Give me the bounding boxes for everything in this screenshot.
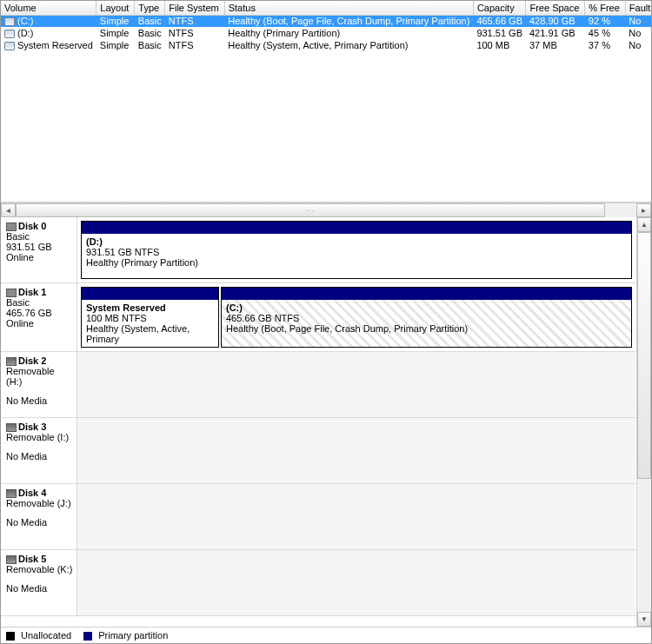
table-cell: 45 % xyxy=(585,27,625,39)
partition-name: System Reserved xyxy=(86,302,214,313)
legend-unallocated: Unallocated xyxy=(6,630,71,641)
scroll-right-button[interactable]: ► xyxy=(636,203,651,217)
scroll-left-button[interactable]: ◄ xyxy=(1,203,16,217)
partition[interactable]: (C:)465.66 GB NTFSHealthy (Boot, Page Fi… xyxy=(221,287,632,348)
table-cell: 428.90 GB xyxy=(526,15,585,27)
table-row[interactable]: System ReservedSimpleBasicNTFSHealthy (S… xyxy=(1,39,651,51)
table-cell: Simple xyxy=(96,15,135,27)
table-cell: Basic xyxy=(135,15,165,27)
column-header[interactable]: % Free xyxy=(585,1,625,15)
column-header[interactable]: File System xyxy=(165,1,224,15)
volume-icon xyxy=(4,17,15,26)
partition-body: (D:)931.51 GB NTFSHealthy (Primary Parti… xyxy=(82,234,631,278)
disk-state: No Media xyxy=(6,451,73,461)
disk-info: Disk 3Removable (I:)No Media xyxy=(1,418,77,483)
table-cell: No xyxy=(625,39,651,51)
table-cell: Healthy (Primary Partition) xyxy=(224,27,473,39)
disk-row[interactable]: Disk 4Removable (J:)No Media xyxy=(1,484,651,550)
table-row[interactable]: (C:)SimpleBasicNTFSHealthy (Boot, Page F… xyxy=(1,15,651,27)
disk-partitions: System Reserved100 MB NTFSHealthy (Syste… xyxy=(77,283,635,351)
disk-partitions xyxy=(77,550,635,615)
legend-label: Primary partition xyxy=(98,630,168,641)
volume-table[interactable]: VolumeLayoutTypeFile SystemStatusCapacit… xyxy=(1,1,651,51)
disk-state: Online xyxy=(6,318,73,329)
table-cell: 37 % xyxy=(585,39,625,51)
table-cell: NTFS xyxy=(165,39,224,51)
disk-info: Disk 0Basic931.51 GBOnline xyxy=(1,217,77,282)
partition-name: (D:) xyxy=(86,236,627,247)
scroll-thumb[interactable]: ··· xyxy=(16,203,605,217)
disk-icon xyxy=(6,222,17,231)
table-cell: NTFS xyxy=(165,27,224,39)
disk-type: Removable (I:) xyxy=(6,432,73,442)
disk-type: Basic xyxy=(6,231,73,242)
disk-size: 931.51 GB xyxy=(6,242,73,252)
table-cell: Simple xyxy=(96,27,135,39)
scroll-thumb-v[interactable] xyxy=(637,232,651,479)
table-cell: Healthy (System, Active, Primary Partiti… xyxy=(224,39,473,51)
disk-row[interactable]: Disk 5Removable (K:)No Media xyxy=(1,550,651,616)
column-header[interactable]: Layout xyxy=(96,1,135,15)
table-cell: No xyxy=(625,15,651,27)
table-cell: 100 MB xyxy=(473,39,526,51)
disk-icon xyxy=(6,555,17,564)
table-cell: No xyxy=(625,27,651,39)
disk-icon xyxy=(6,489,17,498)
disk-row[interactable]: Disk 3Removable (I:)No Media xyxy=(1,418,651,484)
disk-type: Removable (H:) xyxy=(6,366,73,387)
disk-title: Disk 3 xyxy=(6,422,73,432)
column-header[interactable]: Free Space xyxy=(526,1,585,15)
partition-detail: 465.66 GB NTFS xyxy=(226,313,627,323)
disk-title: Disk 4 xyxy=(6,488,73,498)
column-header[interactable]: Status xyxy=(224,1,473,15)
partition-body: (C:)465.66 GB NTFSHealthy (Boot, Page Fi… xyxy=(222,300,631,347)
disk-row[interactable]: Disk 1Basic465.76 GBOnlineSystem Reserve… xyxy=(1,283,651,352)
scroll-track-v[interactable] xyxy=(637,232,651,612)
disk-info: Disk 4Removable (J:)No Media xyxy=(1,484,77,549)
disk-type: Removable (K:) xyxy=(6,564,73,574)
legend-primary: Primary partition xyxy=(83,630,168,641)
disk-state: No Media xyxy=(6,395,73,406)
disk-type: Basic xyxy=(6,297,73,308)
disk-partitions xyxy=(77,418,635,483)
scroll-down-button[interactable]: ▼ xyxy=(637,612,651,627)
table-cell: (C:) xyxy=(1,15,96,27)
legend: Unallocated Primary partition xyxy=(1,627,651,643)
table-cell: Healthy (Boot, Page File, Crash Dump, Pr… xyxy=(224,15,473,27)
table-cell: Basic xyxy=(135,39,165,51)
column-header[interactable]: Fault Tolerance xyxy=(625,1,651,15)
partition-status: Healthy (Primary Partition) xyxy=(86,257,627,268)
disk-title: Disk 1 xyxy=(6,287,73,297)
scroll-track[interactable]: ··· xyxy=(16,203,636,217)
partition-detail: 100 MB NTFS xyxy=(86,313,214,323)
disk-title: Disk 0 xyxy=(6,221,73,231)
column-header[interactable]: Capacity xyxy=(473,1,526,15)
primary-swatch-icon xyxy=(83,632,92,641)
disk-title: Disk 2 xyxy=(6,355,73,366)
partition-status: Healthy (System, Active, Primary xyxy=(86,323,214,344)
table-cell: NTFS xyxy=(165,15,224,27)
horizontal-scrollbar[interactable]: ◄ ··· ► xyxy=(1,202,651,217)
partition[interactable]: (D:)931.51 GB NTFSHealthy (Primary Parti… xyxy=(81,221,632,279)
column-header[interactable]: Volume xyxy=(1,1,96,15)
table-cell: System Reserved xyxy=(1,39,96,51)
volume-icon xyxy=(4,30,15,38)
disk-row[interactable]: Disk 2Removable (H:)No Media xyxy=(1,352,651,418)
table-row[interactable]: (D:)SimpleBasicNTFSHealthy (Primary Part… xyxy=(1,27,651,39)
vertical-scrollbar[interactable]: ▲ ▼ xyxy=(636,217,651,627)
disk-row[interactable]: Disk 0Basic931.51 GBOnline(D:)931.51 GB … xyxy=(1,217,651,283)
partition[interactable]: System Reserved100 MB NTFSHealthy (Syste… xyxy=(81,287,219,348)
table-cell: 37 MB xyxy=(526,39,585,51)
table-cell: Simple xyxy=(96,39,135,51)
table-cell: 465.66 GB xyxy=(473,15,526,27)
disk-info: Disk 2Removable (H:)No Media xyxy=(1,352,77,417)
disk-size: 465.76 GB xyxy=(6,308,73,318)
disk-partitions xyxy=(77,484,635,549)
legend-label: Unallocated xyxy=(21,630,71,641)
column-header[interactable]: Type xyxy=(135,1,165,15)
partition-header xyxy=(82,288,218,300)
unallocated-swatch-icon xyxy=(6,632,15,641)
disk-graphical-pane: Disk 0Basic931.51 GBOnline(D:)931.51 GB … xyxy=(1,217,651,627)
scroll-up-button[interactable]: ▲ xyxy=(637,217,651,232)
partition-detail: 931.51 GB NTFS xyxy=(86,247,627,257)
